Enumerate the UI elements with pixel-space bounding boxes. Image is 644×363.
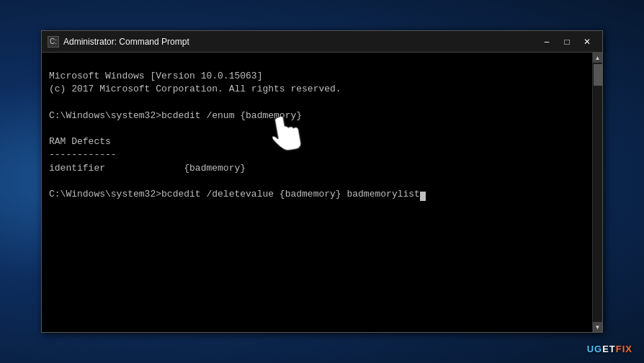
scroll-down-button[interactable]: ▼ bbox=[593, 322, 603, 332]
console-line-8: identifier {badmemory} bbox=[49, 163, 246, 174]
scroll-thumb[interactable] bbox=[594, 64, 602, 86]
window-title: Administrator: Command Prompt bbox=[63, 37, 189, 47]
console-output: Microsoft Windows [Version 10.0.15063] (… bbox=[49, 57, 595, 214]
minimize-button[interactable]: – bbox=[537, 35, 556, 49]
scroll-up-button[interactable]: ▲ bbox=[593, 53, 603, 63]
logo-et: ET bbox=[602, 344, 616, 354]
maximize-button[interactable]: □ bbox=[558, 35, 576, 49]
console-line-2: (c) 2017 Microsoft Corporation. All righ… bbox=[49, 84, 341, 94]
cmd-window: C: Administrator: Command Prompt – □ ✕ M… bbox=[41, 30, 603, 333]
icon-label: C: bbox=[50, 37, 57, 45]
title-bar: C: Administrator: Command Prompt – □ ✕ bbox=[42, 31, 602, 53]
window-controls: – □ ✕ bbox=[537, 35, 596, 49]
title-bar-left: C: Administrator: Command Prompt bbox=[48, 36, 189, 48]
console-area: Microsoft Windows [Version 10.0.15063] (… bbox=[42, 53, 602, 332]
scrollbar[interactable]: ▲ ▼ bbox=[592, 53, 602, 332]
window-icon: C: bbox=[48, 36, 59, 48]
console-line-7: ------------ bbox=[49, 149, 117, 160]
console-line-6: RAM Defects bbox=[49, 136, 111, 147]
cursor bbox=[420, 192, 426, 201]
console-line-4: C:\Windows\system32>bcdedit /enum {badme… bbox=[49, 110, 302, 121]
ugetfix-logo: UGETFIX bbox=[587, 344, 632, 354]
console-line-1: Microsoft Windows [Version 10.0.15063] bbox=[49, 71, 262, 81]
close-button[interactable]: ✕ bbox=[578, 35, 596, 49]
logo-ug: UG bbox=[587, 344, 603, 354]
console-line-10: C:\Windows\system32>bcdedit /deletevalue… bbox=[49, 189, 420, 200]
logo-fix: FIX bbox=[616, 344, 632, 354]
